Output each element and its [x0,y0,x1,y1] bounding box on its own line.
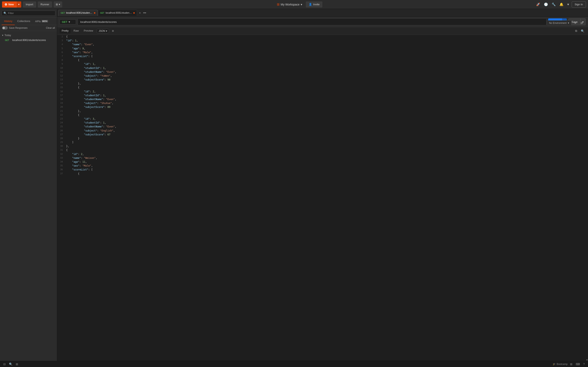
resp-tab-preview[interactable]: Preview [82,28,95,33]
heart-icon-button[interactable]: ♥ [566,2,571,7]
filter-input[interactable] [8,12,53,15]
url-bar: GET ▾ Send ▾ Save ▾ [57,17,588,27]
new-button-group: ⊕ New ▾ [2,1,21,8]
bell-icon-button[interactable]: 🔔 [558,2,565,7]
json-line: 7 "scoreList": [ [57,54,588,58]
today-header[interactable]: ▾ Today [0,33,57,38]
json-line: 10 "studentId": 1, [57,66,588,70]
json-line: 9 "id": 1, [57,62,588,66]
json-line: 34 "age": 11, [57,160,588,164]
resp-tab-pretty[interactable]: Pretty [60,28,71,33]
json-line: 21 }, [57,109,588,113]
new-dropdown-button[interactable]: ▾ [16,1,21,8]
json-line: 24 "studentId": 1, [57,121,588,125]
json-viewer[interactable]: 2{ 3"id": 1, 4 "name": "Even", 5 "age": … [57,35,588,361]
json-line: 33 "name": "Weison", [57,156,588,160]
json-line: 14 }, [57,82,588,86]
clear-all-button[interactable]: Clear all [46,26,55,29]
json-line: 2{ [57,35,588,39]
rocket-icon-button[interactable]: 🚀 [535,2,541,7]
tab-history[interactable]: History [2,17,15,25]
tab-url-0: localhost:8081/students/scores [66,11,93,14]
copy-response-button[interactable]: ⧉ [574,28,579,33]
json-line: 18 "studentName": "Even", [57,98,588,101]
search-bottom-button[interactable]: 🔍 [8,362,13,366]
method-label: GET [62,20,67,24]
tab-collections[interactable]: Collections [15,17,33,25]
format-label: JSON [99,30,105,33]
import-button[interactable]: Import [23,1,36,8]
json-line: 6 "sex": "Male", [57,50,588,54]
sort-icon-button[interactable]: ≡ [111,29,115,33]
bottom-left-actions: ⊟ 🔍 ⊞ [2,362,19,366]
json-line: 8 { [57,58,588,62]
workspace-grid-icon: ⊞ [277,2,279,6]
env-chevron-icon: ▾ [568,21,569,25]
save-responses-toggle-switch[interactable] [2,26,8,30]
resp-tab-raw[interactable]: Raw [71,28,81,33]
env-settings-button[interactable]: ⚙ [579,21,584,25]
layout-button[interactable]: ⊞ ▾ [54,1,62,8]
json-line: 12 "subject": "YuWen", [57,74,588,78]
wrench-icon-button[interactable]: 🔧 [550,2,557,7]
sidebar-content: ▾ Today GET localhost:8081/students/scor… [0,31,57,361]
json-line: 27 "subjectScore": 67 [57,133,588,137]
json-line: 35 "sex": "Male", [57,164,588,168]
method-badge: GET [5,39,11,42]
search-icon: 🔍 [3,12,7,15]
json-line: 5 "age": 9, [57,47,588,50]
save-responses-label: Save Responses [9,26,27,29]
add-tab-button[interactable]: + [138,11,141,15]
runner-button[interactable]: Runner [38,1,52,8]
grid-bottom-button[interactable]: ⊞ [569,362,573,366]
workspace-label: My Workspace [281,3,300,6]
tab-overflow-button[interactable]: ••• [142,11,147,15]
env-selector[interactable]: No Environment ▾ [547,20,571,25]
invite-button[interactable]: 👤 Invite [306,1,322,8]
sign-in-button[interactable]: Sign In [572,1,586,8]
format-selector[interactable]: JSON ▾ [97,29,109,33]
tab-apis[interactable]: APIs BETA [33,18,51,25]
json-line: 4 "name": "Even", [57,43,588,47]
top-right-actions: 🚀 🕐 🔧 🔔 ♥ Sign In [535,1,586,8]
env-view-button[interactable]: 👁 [573,21,578,25]
json-line: 29 ] [57,141,588,144]
json-line: 32 "id": 2, [57,152,588,156]
json-line: 16 "id": 2, [57,90,588,94]
request-tabs-bar: GET localhost:8081/students/scores GET l… [57,9,588,17]
request-tab-0[interactable]: GET localhost:8081/students/scores [58,10,98,16]
cursor-bottom-button[interactable]: ⌨ [575,362,581,366]
tab-unsaved-dot-0 [94,12,95,14]
bottom-bar: ⊟ 🔍 ⊞ 🎓 Bootcamp ⊞ ⌨ ? [0,361,588,367]
plus-icon: ⊕ [4,2,7,6]
search-response-button[interactable]: 🔍 [580,28,586,33]
json-line: 3"id": 1, [57,39,588,43]
request-tab-1[interactable]: GET localhost:8081/students/score [98,10,137,16]
help-bottom-button[interactable]: ? [582,362,586,366]
method-chevron-icon: ▾ [69,20,70,24]
json-line: 11 "studentName": "Even", [57,70,588,74]
save-responses-toggle: Save Responses [2,26,27,30]
json-line: 26 "subject": "English", [57,129,588,133]
bootcamp-label: 🎓 Bootcamp [553,363,568,366]
history-icon-button[interactable]: 🕐 [543,2,549,7]
url-input[interactable] [78,18,546,25]
new-main-button[interactable]: ⊕ New [2,1,16,8]
filter-input-wrap: 🔍 [2,11,55,16]
json-line: 25 "studentName": "Even", [57,125,588,129]
method-selector[interactable]: GET ▾ [60,19,76,25]
bootcamp-icon: 🎓 [553,363,556,366]
chevron-down-icon: ▾ [2,34,3,37]
json-line: 31{ [57,148,588,152]
console-icon-button[interactable]: ⊟ [2,362,7,366]
history-url: localhost:8081/students/scores [12,39,46,42]
json-line: 30}, [57,144,588,148]
workspace-center: ⊞ My Workspace ▾ 👤 Invite [64,1,533,8]
json-line: 22 { [57,113,588,117]
json-line: 23 "id": 3, [57,117,588,121]
json-line: 15 { [57,86,588,90]
tab-actions: + ••• [138,11,147,15]
workspace-selector[interactable]: ⊞ My Workspace ▾ [275,2,304,7]
list-item[interactable]: GET localhost:8081/students/scores [0,38,57,43]
layout-bottom-button[interactable]: ⊞ [15,362,19,366]
